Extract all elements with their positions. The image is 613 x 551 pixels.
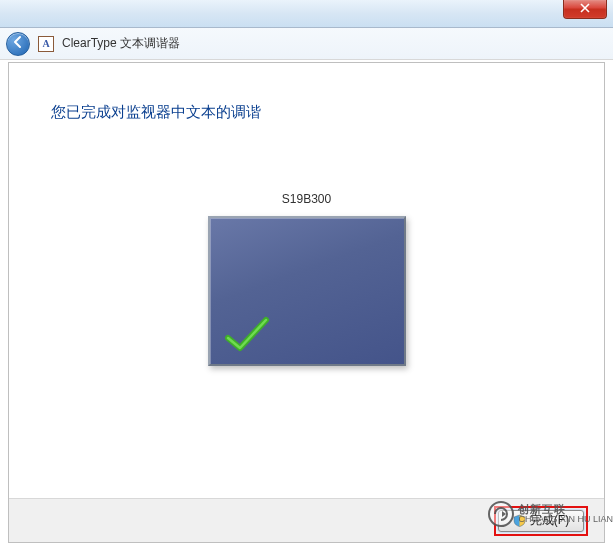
checkmark-icon xyxy=(224,314,270,354)
header-bar: A ClearType 文本调谐器 xyxy=(0,28,613,60)
finish-button-label: 完成(F) xyxy=(530,512,569,529)
close-button[interactable] xyxy=(563,0,607,19)
monitor-preview xyxy=(208,216,406,366)
app-icon-letter: A xyxy=(42,38,49,49)
window-title: ClearType 文本调谐器 xyxy=(62,35,180,52)
monitor-name: S19B300 xyxy=(51,192,562,206)
content-frame: 您已完成对监视器中文本的调谐 S19B300 完成( xyxy=(8,62,605,543)
content-inner: 您已完成对监视器中文本的调谐 S19B300 xyxy=(9,63,604,366)
close-icon xyxy=(579,2,591,16)
page-heading: 您已完成对监视器中文本的调谐 xyxy=(51,103,562,122)
window-titlebar xyxy=(0,0,613,28)
highlight-annotation: 完成(F) xyxy=(494,506,588,536)
app-icon: A xyxy=(38,36,54,52)
back-button[interactable] xyxy=(6,32,30,56)
dialog-footer: 完成(F) xyxy=(9,498,604,542)
finish-button[interactable]: 完成(F) xyxy=(498,510,584,532)
arrow-left-icon xyxy=(11,35,25,52)
shield-icon xyxy=(513,514,526,527)
